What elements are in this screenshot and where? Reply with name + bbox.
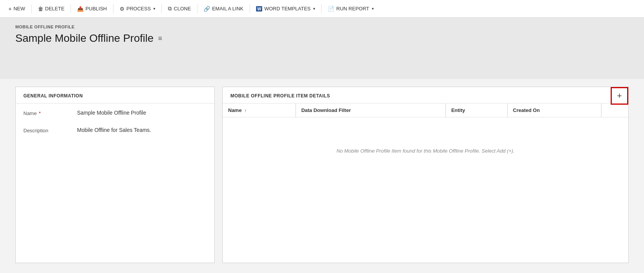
name-sort-icon: ↑ [245, 108, 247, 113]
column-data-download-filter-label: Data Download Filter [301, 107, 351, 113]
description-field-row: Description Mobile Offline for Sales Tea… [23, 127, 207, 133]
word-templates-icon: W [256, 6, 262, 12]
process-button[interactable]: ⚙ PROCESS ▾ [116, 3, 159, 14]
details-table: Name ↑ Data Download Filter Entity Creat… [223, 104, 628, 184]
column-header-extra [601, 104, 628, 117]
run-report-button[interactable]: 📄 RUN REPORT ▾ [324, 3, 378, 14]
add-item-button[interactable]: + [611, 87, 628, 105]
run-report-dropdown-arrow: ▾ [372, 7, 374, 11]
toolbar-separator-6 [250, 4, 250, 13]
page-header: MOBILE OFFLINE PROFILE Sample Mobile Off… [0, 18, 644, 79]
empty-message: No Mobile Offline Profile Item found for… [223, 117, 628, 185]
general-info-title: GENERAL INFORMATION [16, 87, 214, 104]
toolbar-separator-2 [71, 4, 71, 13]
column-created-on-label: Created On [513, 107, 540, 113]
new-button[interactable]: + NEW [5, 3, 29, 14]
name-field-row: Name * Sample Mobile Offline Profile [23, 110, 207, 116]
column-header-name[interactable]: Name ↑ [223, 104, 296, 117]
process-icon: ⚙ [120, 6, 125, 12]
column-header-created-on: Created On [508, 104, 601, 117]
table-header-row: Name ↑ Data Download Filter Entity Creat… [223, 104, 628, 117]
empty-message-row: No Mobile Offline Profile Item found for… [223, 117, 628, 185]
column-header-data-download-filter: Data Download Filter [296, 104, 445, 117]
hamburger-menu-icon[interactable]: ≡ [158, 35, 163, 43]
toolbar: + NEW 🗑 DELETE 📤 PUBLISH ⚙ PROCESS ▾ ⧉ C… [0, 0, 644, 18]
clone-button[interactable]: ⧉ CLONE [164, 3, 195, 14]
toolbar-separator-5 [197, 4, 197, 13]
delete-icon: 🗑 [38, 6, 43, 12]
toolbar-separator-4 [161, 4, 162, 13]
column-name-label: Name [228, 107, 242, 113]
add-icon: + [617, 91, 622, 101]
table-body: No Mobile Offline Profile Item found for… [223, 117, 628, 185]
breadcrumb: MOBILE OFFLINE PROFILE [15, 25, 629, 29]
publish-button[interactable]: 📤 PUBLISH [73, 3, 111, 14]
general-info-panel: GENERAL INFORMATION Name * Sample Mobile… [15, 87, 215, 263]
process-dropdown-arrow: ▾ [153, 7, 155, 11]
details-panel-header: MOBILE OFFLINE PROFILE ITEM DETAILS [223, 87, 628, 104]
toolbar-separator-1 [31, 4, 32, 13]
email-link-icon: 🔗 [204, 6, 210, 12]
page-title: Sample Mobile Offline Profile [15, 32, 154, 44]
details-panel-title: MOBILE OFFLINE PROFILE ITEM DETAILS [230, 93, 330, 99]
delete-button[interactable]: 🗑 DELETE [34, 3, 69, 14]
publish-icon: 📤 [77, 6, 84, 12]
toolbar-separator-7 [321, 4, 322, 13]
name-value: Sample Mobile Offline Profile [77, 110, 146, 116]
page-title-container: Sample Mobile Offline Profile ≡ [15, 32, 629, 44]
word-templates-button[interactable]: W WORD TEMPLATES ▾ [252, 3, 319, 14]
word-templates-dropdown-arrow: ▾ [313, 7, 315, 11]
description-value: Mobile Offline for Sales Teams. [77, 127, 151, 133]
description-label: Description [23, 127, 77, 133]
clone-icon: ⧉ [168, 5, 172, 12]
toolbar-separator-3 [113, 4, 113, 13]
column-entity-label: Entity [451, 107, 465, 113]
new-icon: + [8, 6, 12, 12]
main-content: GENERAL INFORMATION Name * Sample Mobile… [0, 79, 644, 271]
name-label: Name * [23, 110, 77, 116]
details-panel: MOBILE OFFLINE PROFILE ITEM DETAILS + Na… [222, 87, 629, 263]
form-fields: Name * Sample Mobile Offline Profile Des… [16, 104, 214, 150]
name-required-indicator: * [39, 110, 41, 116]
email-link-button[interactable]: 🔗 EMAIL A LINK [200, 3, 247, 14]
run-report-icon: 📄 [328, 6, 334, 12]
column-header-entity: Entity [446, 104, 508, 117]
